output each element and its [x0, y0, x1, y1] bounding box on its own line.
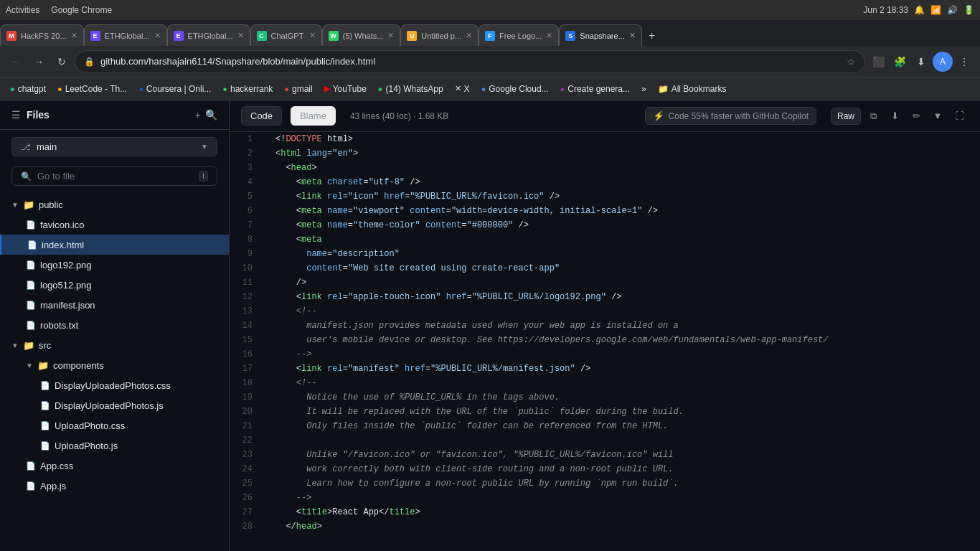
star-icon[interactable]: ☆ — [847, 56, 856, 67]
copilot-badge[interactable]: ⚡ Code 55% faster with GitHub Copilot — [645, 107, 816, 125]
tab-close-freelogo[interactable]: ✕ — [546, 31, 552, 40]
line-number-15[interactable]: 15 — [230, 333, 264, 347]
raw-button[interactable]: Raw — [831, 108, 861, 125]
sidebar-item-app-css[interactable]: 📄 App.css — [0, 456, 229, 476]
menu-icon[interactable]: ⋮ — [954, 52, 974, 72]
notification-icon[interactable]: 🔔 — [914, 5, 925, 15]
bookmark-googlecloud[interactable]: ● Google Cloud... — [477, 83, 553, 95]
line-number-20[interactable]: 20 — [230, 405, 264, 419]
bookmark-hackerrank[interactable]: ● hackerrank — [218, 83, 277, 95]
line-number-12[interactable]: 12 — [230, 290, 264, 304]
sidebar-item-components[interactable]: ▼ 📁 components — [0, 355, 229, 375]
line-number-5[interactable]: 5 — [230, 189, 264, 204]
bookmarks-more-btn[interactable]: » — [637, 83, 651, 95]
download-file-button[interactable]: ⬇ — [885, 107, 904, 126]
line-number-8[interactable]: 8 — [230, 232, 264, 247]
tab-snapshare[interactable]: S Snapshare... ✕ — [559, 24, 641, 46]
new-tab-button[interactable]: + — [642, 26, 662, 46]
sidebar-item-uploadphoto-css[interactable]: 📄 UploadPhoto.css — [0, 415, 229, 435]
tab-hackfs[interactable]: M HackFS 20... ✕ — [0, 24, 84, 46]
tab-close-ethglobal1[interactable]: ✕ — [154, 31, 161, 40]
line-number-24[interactable]: 24 — [230, 462, 264, 476]
sidebar-add-file-button[interactable]: + — [195, 109, 201, 121]
line-number-18[interactable]: 18 — [230, 376, 264, 390]
line-number-9[interactable]: 9 — [230, 247, 264, 261]
tab-close-chatgpt[interactable]: ✕ — [309, 31, 316, 40]
line-number-23[interactable]: 23 — [230, 448, 264, 462]
sidebar-item-displayuploaded-js[interactable]: 📄 DisplayUploadedPhotos.js — [0, 395, 229, 415]
sidebar-item-favicon[interactable]: 📄 favicon.ico — [0, 215, 229, 235]
screen-share-icon[interactable]: ⬛ — [868, 52, 888, 72]
sidebar-item-robots[interactable]: 📄 robots.txt — [0, 315, 229, 335]
bookmark-coursera[interactable]: ● Coursera | Onli... — [134, 83, 215, 95]
more-options-button[interactable]: ▼ — [928, 107, 947, 126]
tab-ethglobal1[interactable]: E ETHGlobal... ✕ — [84, 24, 167, 46]
tab-whatsapp[interactable]: W (5) Whats... ✕ — [322, 24, 401, 46]
tab-close-ethglobal2[interactable]: ✕ — [237, 31, 244, 40]
line-number-1[interactable]: 1 — [230, 132, 264, 146]
line-number-2[interactable]: 2 — [230, 146, 264, 161]
bookmark-creategener[interactable]: ● Create genera... — [556, 83, 634, 95]
sidebar-item-index-html[interactable]: 📄 index.html — [0, 235, 229, 255]
activities-label[interactable]: Activities — [6, 5, 39, 15]
tab-untitled[interactable]: U Untitled p... ✕ — [400, 24, 479, 46]
code-line-3: 3 <head> — [230, 161, 980, 175]
reload-button[interactable]: ↻ — [52, 52, 72, 72]
line-number-16[interactable]: 16 — [230, 347, 264, 362]
tab-close-whatsapp[interactable]: ✕ — [387, 31, 394, 40]
sidebar-item-displayuploaded-css[interactable]: 📄 DisplayUploadedPhotos.css — [0, 375, 229, 395]
sidebar-item-logo192[interactable]: 📄 logo192.png — [0, 255, 229, 275]
tab-close-snapshare[interactable]: ✕ — [629, 31, 636, 40]
bookmark-gmail[interactable]: ● gmail — [280, 83, 316, 95]
sidebar-item-manifest[interactable]: 📄 manifest.json — [0, 295, 229, 315]
line-number-11[interactable]: 11 — [230, 276, 264, 290]
download-icon[interactable]: ⬇ — [911, 52, 931, 72]
code-viewer[interactable]: 1 <!DOCTYPE html> 2 <html lang="en"> 3 <… — [230, 132, 980, 551]
profile-icon[interactable]: A — [933, 52, 953, 72]
fullscreen-button[interactable]: ⛶ — [950, 107, 969, 126]
line-number-26[interactable]: 26 — [230, 491, 264, 505]
sidebar-item-logo512[interactable]: 📄 logo512.png — [0, 275, 229, 295]
tab-code-button[interactable]: Code — [241, 106, 282, 126]
line-number-7[interactable]: 7 — [230, 218, 264, 232]
bookmark-twitter[interactable]: ✕ X — [451, 83, 474, 95]
back-button[interactable]: ← — [6, 52, 26, 72]
line-number-17[interactable]: 17 — [230, 362, 264, 376]
line-number-21[interactable]: 21 — [230, 419, 264, 433]
tab-close-untitled[interactable]: ✕ — [466, 31, 472, 40]
branch-selector[interactable]: ⎇ main ▼ — [11, 137, 217, 156]
tab-close-hackfs[interactable]: ✕ — [71, 31, 77, 40]
line-number-3[interactable]: 3 — [230, 161, 264, 175]
tab-ethglobal2[interactable]: E ETHGlobal... ✕ — [167, 24, 250, 46]
sidebar-item-app-js[interactable]: 📄 App.js — [0, 476, 229, 496]
tab-freelogo[interactable]: F Free Logo... ✕ — [479, 24, 559, 46]
extension-icon[interactable]: 🧩 — [890, 52, 910, 72]
line-number-14[interactable]: 14 — [230, 319, 264, 333]
search-box[interactable]: 🔍 t — [11, 166, 217, 186]
sidebar-item-src[interactable]: ▼ 📁 src — [0, 335, 229, 355]
address-bar[interactable]: 🔒 github.com/harshajain6114/Snapshare/bl… — [75, 50, 865, 73]
go-to-file-input[interactable] — [37, 171, 193, 182]
edit-file-button[interactable]: ✏ — [907, 107, 925, 126]
bookmark-allbookmarks[interactable]: 📁 All Bookmarks — [654, 83, 731, 95]
bookmark-youtube[interactable]: ▶ YouTube — [320, 83, 371, 95]
forward-button[interactable]: → — [29, 52, 49, 72]
tab-blame-button[interactable]: Blame — [291, 106, 336, 126]
sidebar-item-public[interactable]: ▼ 📁 public — [0, 194, 229, 215]
line-number-25[interactable]: 25 — [230, 476, 264, 491]
bookmark-chatgpt[interactable]: ● chatgpt — [6, 83, 50, 95]
line-number-4[interactable]: 4 — [230, 175, 264, 189]
line-number-19[interactable]: 19 — [230, 390, 264, 405]
bookmark-whatsapp[interactable]: ● (14) WhatsApp — [374, 83, 448, 95]
tab-chatgpt[interactable]: C ChatGPT ✕ — [250, 24, 322, 46]
line-number-10[interactable]: 10 — [230, 261, 264, 276]
bookmark-leetcode[interactable]: ● LeetCode - Th... — [53, 83, 131, 95]
line-number-13[interactable]: 13 — [230, 304, 264, 319]
line-number-27[interactable]: 27 — [230, 505, 264, 519]
line-number-6[interactable]: 6 — [230, 204, 264, 218]
line-number-28[interactable]: 28 — [230, 519, 264, 534]
sidebar-search-button[interactable]: 🔍 — [205, 109, 217, 121]
sidebar-item-uploadphoto-js[interactable]: 📄 UploadPhoto.js — [0, 435, 229, 456]
copy-code-button[interactable]: ⧉ — [864, 107, 882, 126]
line-number-22[interactable]: 22 — [230, 433, 264, 448]
